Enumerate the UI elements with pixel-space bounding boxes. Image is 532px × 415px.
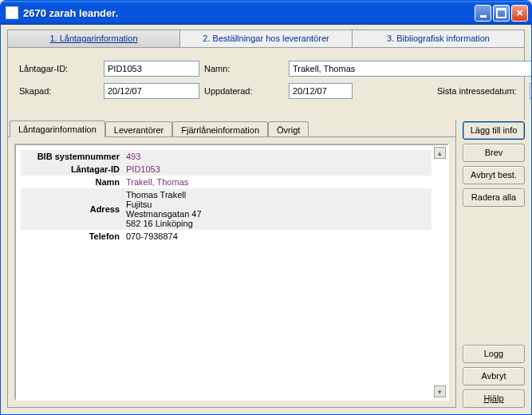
row-namn-value: Trakell, Thomas bbox=[124, 176, 432, 188]
label-sista: Sista intressedatum: bbox=[437, 86, 525, 96]
form-panel: Låntagar-ID: PID1053 Namn: Trakell, Thom… bbox=[7, 47, 525, 120]
tab-bestallningar[interactable]: 2. Beställningar hos leverantörer bbox=[180, 30, 353, 47]
maximize-button[interactable] bbox=[493, 5, 510, 22]
main-tabstrip: 1. Låntagarinformation 2. Beställningar … bbox=[7, 30, 525, 47]
avbryt-best-button[interactable]: Avbryt best. bbox=[463, 166, 525, 184]
radera-alla-button[interactable]: Radera alla bbox=[463, 188, 525, 207]
scroll-up-button[interactable]: ▴ bbox=[434, 147, 446, 159]
scroll-down-button[interactable]: ▾ bbox=[434, 385, 446, 397]
field-uppdaterad[interactable]: 20/12/07 bbox=[289, 83, 353, 99]
action-buttons: Lägg till info Brev Avbryt best. Radera … bbox=[463, 120, 525, 408]
hjalp-button[interactable]: Hjälp bbox=[463, 389, 525, 408]
detail-scrollbox: ▴ ▾ BIB systemnummer 493 Låntagar-ID PID… bbox=[14, 144, 449, 401]
logg-button[interactable]: Logg bbox=[463, 345, 525, 363]
window-controls bbox=[475, 5, 528, 22]
tab-lantagarinfo[interactable]: 1. Låntagarinformation bbox=[8, 30, 180, 47]
minimize-button[interactable] bbox=[475, 5, 491, 22]
field-skapad[interactable]: 20/12/07 bbox=[104, 83, 199, 99]
label-skapad: Skapad: bbox=[19, 86, 99, 96]
row-pid-value: PID1053 bbox=[124, 163, 432, 176]
tab-bibliografisk[interactable]: 3. Bibliografisk information bbox=[353, 30, 524, 47]
row-namn-label: Namn bbox=[21, 176, 124, 188]
label-namn: Namn: bbox=[204, 64, 284, 73]
app-icon bbox=[6, 6, 18, 19]
info-table: BIB systemnummer 493 Låntagar-ID PID1053… bbox=[21, 150, 432, 243]
field-namn[interactable]: Trakell, Thomas bbox=[289, 61, 532, 77]
avbryt-button[interactable]: Avbryt bbox=[463, 367, 525, 385]
label-uppdaterad: Uppdaterad: bbox=[204, 86, 284, 96]
close-button[interactable] bbox=[511, 5, 528, 22]
subtab-fjarrlane[interactable]: Fjärrlåneinformation bbox=[172, 121, 268, 136]
row-adress-label: Adress bbox=[21, 203, 124, 215]
client-area: 1. Låntagarinformation 2. Beställningar … bbox=[1, 25, 531, 414]
row-pid-label: Låntagar-ID bbox=[21, 163, 124, 176]
subtab-leverantorer[interactable]: Leverantörer bbox=[105, 121, 172, 136]
brev-button[interactable]: Brev bbox=[463, 144, 525, 162]
row-bib-label: BIB systemnummer bbox=[21, 150, 124, 163]
titlebar: 2670 zarah leander. bbox=[1, 1, 531, 25]
subtab-ovrigt[interactable]: Övrigt bbox=[268, 121, 309, 136]
row-adress-value: Thomas Trakell Fujitsu Westmansgatan 47 … bbox=[124, 188, 432, 230]
app-window: 2670 zarah leander. 1. Låntagarinformati… bbox=[0, 0, 532, 415]
detail-panel: Låntagarinformation Leverantörer Fjärrlå… bbox=[7, 120, 456, 408]
row-tel-label: Telefon bbox=[21, 230, 124, 243]
lagg-till-info-button[interactable]: Lägg till info bbox=[463, 121, 525, 140]
row-tel-value: 070-7938874 bbox=[124, 230, 432, 243]
label-lantagar-id: Låntagar-ID: bbox=[19, 64, 99, 73]
field-lantagar-id[interactable]: PID1053 bbox=[104, 61, 199, 77]
window-title: 2670 zarah leander. bbox=[23, 7, 475, 19]
row-bib-value: 493 bbox=[124, 150, 432, 163]
subtab-lantagar[interactable]: Låntagarinformation bbox=[10, 121, 105, 137]
sub-tabstrip: Låntagarinformation Leverantörer Fjärrlå… bbox=[8, 120, 455, 137]
